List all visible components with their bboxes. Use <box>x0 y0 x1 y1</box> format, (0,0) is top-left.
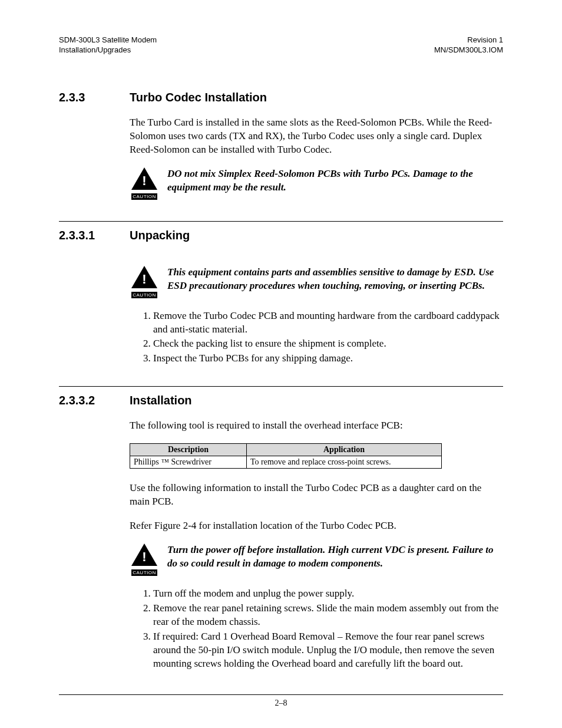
header-right-line1: Revision 1 <box>434 35 503 45</box>
caution-text-233: DO not mix Simplex Reed-Solomon PCBs wit… <box>167 167 503 195</box>
cell-description: Phillips ™ Screwdriver <box>130 456 247 469</box>
header-left: SDM-300L3 Satellite Modem Installation/U… <box>59 35 157 55</box>
paragraph-intro-2332: The following tool is required to instal… <box>130 419 503 433</box>
table-header-description: Description <box>130 444 247 456</box>
ordered-list-2331: Remove the Turbo Codec PCB and mounting … <box>130 309 503 366</box>
list-item: Remove the rear panel retaining screws. … <box>153 602 503 629</box>
caution-label: CAUTION <box>131 292 157 298</box>
warning-triangle-icon <box>131 266 157 288</box>
caution-text-2331: This equipment contains parts and assemb… <box>167 266 503 293</box>
heading-2-3-3-2: 2.3.3.2 Installation <box>59 394 503 407</box>
paragraph-2332-3: Refer Figure 2-4 for installation locati… <box>130 519 503 533</box>
page-number: 2–8 <box>275 699 287 707</box>
heading-title: Installation <box>130 394 192 407</box>
heading-2-3-3-1: 2.3.3.1 Unpacking <box>59 229 503 242</box>
caution-block-2332: CAUTION Turn the power off before instal… <box>130 543 503 577</box>
paragraph-intro-233: The Turbo Card is installed in the same … <box>130 116 503 157</box>
page-footer: 2–8 <box>59 694 503 708</box>
caution-block-233: CAUTION DO not mix Simplex Reed-Solomon … <box>130 167 503 200</box>
caution-icon: CAUTION <box>130 266 159 299</box>
header-left-line2: Installation/Upgrades <box>59 45 157 55</box>
heading-number: 2.3.3 <box>59 91 130 104</box>
caution-icon: CAUTION <box>130 167 159 200</box>
list-item: Remove the Turbo Codec PCB and mounting … <box>153 309 503 337</box>
header-left-line1: SDM-300L3 Satellite Modem <box>59 35 157 45</box>
header-right-line2: MN/SDM300L3.IOM <box>434 45 503 55</box>
header-right: Revision 1 MN/SDM300L3.IOM <box>434 35 503 55</box>
table-row: Phillips ™ Screwdriver To remove and rep… <box>130 456 442 469</box>
caution-label: CAUTION <box>131 193 157 200</box>
page: SDM-300L3 Satellite Modem Installation/U… <box>0 0 562 728</box>
warning-triangle-icon <box>131 167 157 190</box>
tool-table: Description Application Phillips ™ Screw… <box>130 443 442 469</box>
ordered-list-2332: Turn off the modem and unplug the power … <box>130 587 503 671</box>
table-header-application: Application <box>247 444 442 456</box>
list-item: Turn off the modem and unplug the power … <box>153 587 503 601</box>
heading-number: 2.3.3.2 <box>59 394 130 407</box>
warning-triangle-icon <box>131 543 157 566</box>
caution-icon: CAUTION <box>130 543 159 577</box>
list-item: Check the packing list to ensure the shi… <box>153 337 503 351</box>
heading-title: Turbo Codec Installation <box>130 91 267 104</box>
heading-number: 2.3.3.1 <box>59 229 130 242</box>
heading-title: Unpacking <box>130 229 190 242</box>
list-item: If required: Card 1 Overhead Board Remov… <box>153 630 503 671</box>
caution-block-2331: CAUTION This equipment contains parts an… <box>130 266 503 299</box>
heading-2-3-3: 2.3.3 Turbo Codec Installation <box>59 91 503 104</box>
paragraph-2332-2: Use the following information to install… <box>130 482 503 509</box>
caution-label: CAUTION <box>131 569 157 576</box>
list-item: Inspect the Turbo PCBs for any shipping … <box>153 352 503 365</box>
divider <box>59 386 503 387</box>
table-header-row: Description Application <box>130 444 442 456</box>
divider <box>59 221 503 222</box>
page-header: SDM-300L3 Satellite Modem Installation/U… <box>59 35 503 55</box>
cell-application: To remove and replace cross-point screws… <box>247 456 442 469</box>
caution-text-2332: Turn the power off before installation. … <box>167 543 503 571</box>
